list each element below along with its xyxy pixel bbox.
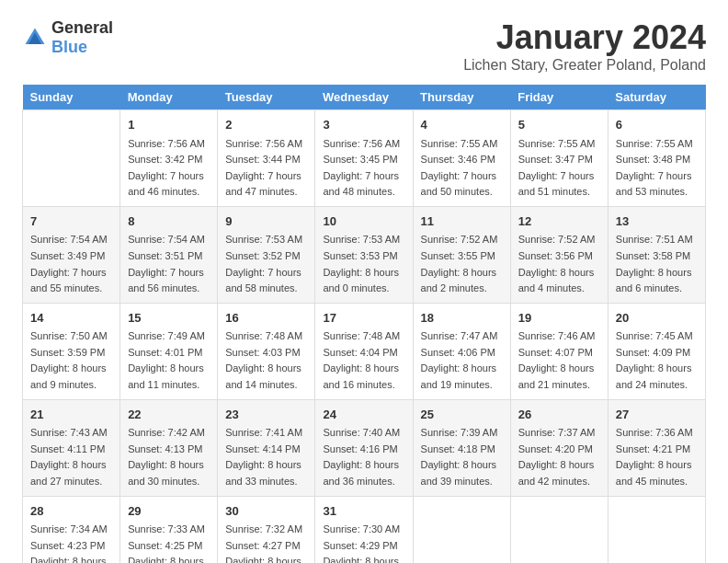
week-row-2: 14Sunrise: 7:50 AM Sunset: 3:59 PM Dayli… xyxy=(23,303,706,399)
calendar-cell: 2Sunrise: 7:56 AM Sunset: 3:44 PM Daylig… xyxy=(218,110,315,207)
day-number: 23 xyxy=(225,406,307,424)
logo: General Blue xyxy=(22,18,113,57)
title-area: January 2024 Lichen Stary, Greater Polan… xyxy=(463,18,706,74)
calendar-cell: 3Sunrise: 7:56 AM Sunset: 3:45 PM Daylig… xyxy=(315,110,413,207)
header: General Blue January 2024 Lichen Stary, … xyxy=(22,18,706,74)
calendar-cell: 11Sunrise: 7:52 AM Sunset: 3:55 PM Dayli… xyxy=(413,206,510,303)
calendar-cell xyxy=(23,110,120,207)
day-content: Sunrise: 7:56 AM Sunset: 3:45 PM Dayligh… xyxy=(323,136,404,201)
day-content: Sunrise: 7:46 AM Sunset: 4:07 PM Dayligh… xyxy=(518,328,600,393)
day-number: 7 xyxy=(30,213,112,231)
day-content: Sunrise: 7:48 AM Sunset: 4:04 PM Dayligh… xyxy=(323,328,404,393)
header-day-saturday: Saturday xyxy=(608,85,705,110)
calendar-cell: 7Sunrise: 7:54 AM Sunset: 3:49 PM Daylig… xyxy=(23,206,120,303)
calendar-cell: 8Sunrise: 7:54 AM Sunset: 3:51 PM Daylig… xyxy=(120,206,218,303)
day-content: Sunrise: 7:37 AM Sunset: 4:20 PM Dayligh… xyxy=(518,425,600,489)
day-number: 30 xyxy=(225,502,307,521)
day-number: 10 xyxy=(323,213,404,231)
day-number: 15 xyxy=(128,309,210,327)
calendar-cell: 27Sunrise: 7:36 AM Sunset: 4:21 PM Dayli… xyxy=(608,399,705,496)
calendar-cell: 19Sunrise: 7:46 AM Sunset: 4:07 PM Dayli… xyxy=(510,303,608,399)
calendar-cell: 23Sunrise: 7:41 AM Sunset: 4:14 PM Dayli… xyxy=(218,399,315,496)
day-content: Sunrise: 7:41 AM Sunset: 4:14 PM Dayligh… xyxy=(225,425,307,489)
day-number: 24 xyxy=(323,406,404,424)
day-content: Sunrise: 7:45 AM Sunset: 4:09 PM Dayligh… xyxy=(616,328,698,393)
calendar-cell: 26Sunrise: 7:37 AM Sunset: 4:20 PM Dayli… xyxy=(510,399,608,496)
day-number: 6 xyxy=(616,116,698,134)
calendar-table: SundayMondayTuesdayWednesdayThursdayFrid… xyxy=(22,85,706,563)
calendar-cell: 25Sunrise: 7:39 AM Sunset: 4:18 PM Dayli… xyxy=(413,399,510,496)
day-content: Sunrise: 7:52 AM Sunset: 3:56 PM Dayligh… xyxy=(518,232,600,296)
header-day-friday: Friday xyxy=(510,85,608,110)
day-number: 19 xyxy=(518,309,600,327)
calendar-cell: 5Sunrise: 7:55 AM Sunset: 3:47 PM Daylig… xyxy=(510,110,608,207)
day-content: Sunrise: 7:33 AM Sunset: 4:25 PM Dayligh… xyxy=(128,522,210,563)
calendar-cell xyxy=(608,496,705,563)
calendar-cell: 10Sunrise: 7:53 AM Sunset: 3:53 PM Dayli… xyxy=(315,206,413,303)
day-number: 12 xyxy=(518,213,600,231)
day-number: 9 xyxy=(225,213,307,231)
day-number: 20 xyxy=(616,309,698,327)
day-number: 26 xyxy=(518,406,600,424)
day-number: 8 xyxy=(128,213,210,231)
calendar-cell: 14Sunrise: 7:50 AM Sunset: 3:59 PM Dayli… xyxy=(23,303,120,399)
logo-icon xyxy=(22,25,48,51)
calendar-cell: 30Sunrise: 7:32 AM Sunset: 4:27 PM Dayli… xyxy=(218,496,315,563)
calendar-cell: 15Sunrise: 7:49 AM Sunset: 4:01 PM Dayli… xyxy=(120,303,218,399)
calendar-cell: 24Sunrise: 7:40 AM Sunset: 4:16 PM Dayli… xyxy=(315,399,413,496)
day-content: Sunrise: 7:53 AM Sunset: 3:53 PM Dayligh… xyxy=(323,232,404,296)
day-content: Sunrise: 7:50 AM Sunset: 3:59 PM Dayligh… xyxy=(30,328,112,393)
day-content: Sunrise: 7:30 AM Sunset: 4:29 PM Dayligh… xyxy=(323,522,404,563)
header-day-tuesday: Tuesday xyxy=(218,85,315,110)
calendar-body: 1Sunrise: 7:56 AM Sunset: 3:42 PM Daylig… xyxy=(23,110,706,564)
week-row-4: 28Sunrise: 7:34 AM Sunset: 4:23 PM Dayli… xyxy=(23,496,706,563)
calendar-cell: 16Sunrise: 7:48 AM Sunset: 4:03 PM Dayli… xyxy=(218,303,315,399)
main-title: January 2024 xyxy=(463,18,706,57)
calendar-cell: 9Sunrise: 7:53 AM Sunset: 3:52 PM Daylig… xyxy=(218,206,315,303)
day-content: Sunrise: 7:49 AM Sunset: 4:01 PM Dayligh… xyxy=(128,328,210,393)
calendar-cell xyxy=(510,496,608,563)
calendar-cell xyxy=(413,496,510,563)
calendar-cell: 28Sunrise: 7:34 AM Sunset: 4:23 PM Dayli… xyxy=(23,496,120,563)
week-row-3: 21Sunrise: 7:43 AM Sunset: 4:11 PM Dayli… xyxy=(23,399,706,496)
calendar-cell: 18Sunrise: 7:47 AM Sunset: 4:06 PM Dayli… xyxy=(413,303,510,399)
day-content: Sunrise: 7:53 AM Sunset: 3:52 PM Dayligh… xyxy=(225,232,307,296)
day-content: Sunrise: 7:43 AM Sunset: 4:11 PM Dayligh… xyxy=(30,425,112,489)
day-content: Sunrise: 7:54 AM Sunset: 3:49 PM Dayligh… xyxy=(30,232,112,296)
day-number: 4 xyxy=(421,116,503,134)
subtitle: Lichen Stary, Greater Poland, Poland xyxy=(463,57,706,74)
day-number: 29 xyxy=(128,502,210,521)
header-day-sunday: Sunday xyxy=(23,85,120,110)
logo-blue: Blue xyxy=(51,38,87,56)
calendar-cell: 13Sunrise: 7:51 AM Sunset: 3:58 PM Dayli… xyxy=(608,206,705,303)
day-number: 3 xyxy=(323,116,404,134)
calendar-cell: 20Sunrise: 7:45 AM Sunset: 4:09 PM Dayli… xyxy=(608,303,705,399)
logo-general: General xyxy=(51,18,113,37)
day-content: Sunrise: 7:36 AM Sunset: 4:21 PM Dayligh… xyxy=(616,425,698,489)
header-day-monday: Monday xyxy=(120,85,218,110)
calendar-cell: 21Sunrise: 7:43 AM Sunset: 4:11 PM Dayli… xyxy=(23,399,120,496)
day-number: 14 xyxy=(30,309,112,327)
day-number: 16 xyxy=(225,309,307,327)
day-content: Sunrise: 7:55 AM Sunset: 3:46 PM Dayligh… xyxy=(421,136,503,201)
day-content: Sunrise: 7:42 AM Sunset: 4:13 PM Dayligh… xyxy=(128,425,210,489)
day-content: Sunrise: 7:54 AM Sunset: 3:51 PM Dayligh… xyxy=(128,232,210,296)
day-content: Sunrise: 7:48 AM Sunset: 4:03 PM Dayligh… xyxy=(225,328,307,393)
day-number: 5 xyxy=(518,116,600,134)
day-content: Sunrise: 7:51 AM Sunset: 3:58 PM Dayligh… xyxy=(616,232,698,296)
day-content: Sunrise: 7:55 AM Sunset: 3:48 PM Dayligh… xyxy=(616,136,698,201)
calendar-cell: 17Sunrise: 7:48 AM Sunset: 4:04 PM Dayli… xyxy=(315,303,413,399)
day-number: 28 xyxy=(30,502,112,521)
day-content: Sunrise: 7:32 AM Sunset: 4:27 PM Dayligh… xyxy=(225,522,307,563)
week-row-1: 7Sunrise: 7:54 AM Sunset: 3:49 PM Daylig… xyxy=(23,206,706,303)
day-number: 25 xyxy=(421,406,503,424)
header-day-wednesday: Wednesday xyxy=(315,85,413,110)
header-day-thursday: Thursday xyxy=(413,85,510,110)
day-number: 13 xyxy=(616,213,698,231)
calendar-cell: 29Sunrise: 7:33 AM Sunset: 4:25 PM Dayli… xyxy=(120,496,218,563)
day-content: Sunrise: 7:56 AM Sunset: 3:42 PM Dayligh… xyxy=(128,136,210,201)
header-row: SundayMondayTuesdayWednesdayThursdayFrid… xyxy=(23,85,706,110)
calendar-cell: 6Sunrise: 7:55 AM Sunset: 3:48 PM Daylig… xyxy=(608,110,705,207)
day-number: 18 xyxy=(421,309,503,327)
day-content: Sunrise: 7:40 AM Sunset: 4:16 PM Dayligh… xyxy=(323,425,404,489)
